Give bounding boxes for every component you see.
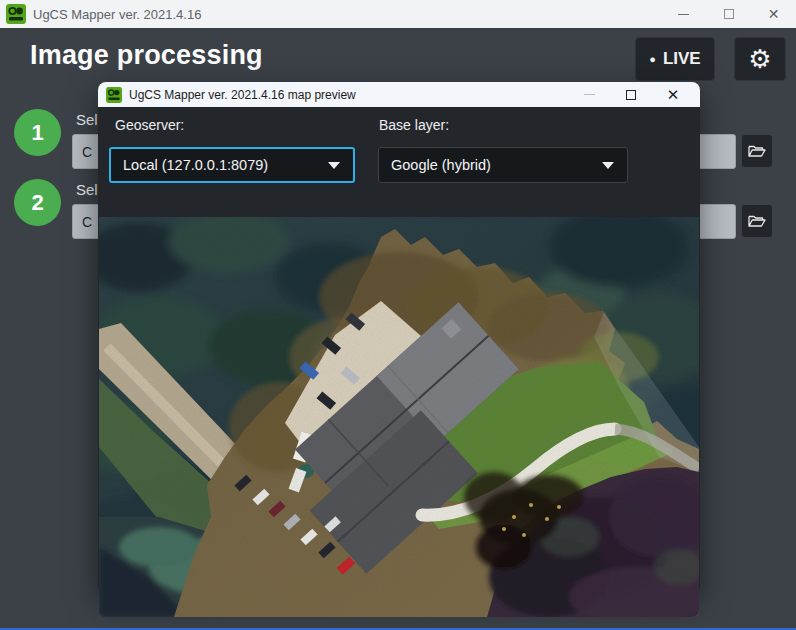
live-label: LIVE — [663, 49, 701, 69]
close-button[interactable]: ✕ — [751, 0, 796, 28]
step-1-browse-button[interactable] — [741, 134, 773, 168]
minimize-icon — [584, 94, 595, 95]
main-window: UgCS Mapper ver. 2021.4.16 ✕ Image proce… — [0, 0, 796, 630]
dialog-minimize-button[interactable] — [568, 82, 610, 107]
geoserver-value: Local (127.0.0.1:8079) — [123, 157, 268, 173]
minimize-button[interactable] — [661, 0, 706, 28]
dialog-maximize-button[interactable] — [610, 82, 652, 107]
minimize-icon — [678, 14, 689, 15]
close-icon: ✕ — [768, 6, 780, 22]
step-2-label: Sel — [76, 181, 98, 198]
base-layer-select[interactable]: Google (hybrid) — [378, 147, 628, 183]
base-layer-label: Base layer: — [379, 117, 449, 133]
step-1-number: 1 — [31, 120, 43, 146]
window-titlebar: UgCS Mapper ver. 2021.4.16 ✕ — [0, 0, 796, 28]
dialog-body: Geoserver: Base layer: Local (127.0.0.1:… — [98, 107, 700, 593]
dialog-title: UgCS Mapper ver. 2021.4.16 map preview — [129, 88, 356, 102]
close-icon: ✕ — [667, 86, 680, 104]
step-2-browse-button[interactable] — [741, 204, 773, 238]
app-logo-icon — [6, 4, 26, 24]
maximize-icon — [626, 90, 636, 100]
app-logo-icon — [106, 87, 122, 103]
page-title: Image processing — [30, 40, 263, 71]
maximize-icon — [724, 9, 734, 19]
maximize-button[interactable] — [706, 0, 751, 28]
step-1-badge: 1 — [14, 109, 61, 156]
open-folder-icon — [748, 214, 766, 228]
settings-button[interactable]: ⚙ — [734, 37, 786, 81]
live-dot-icon: ● — [649, 54, 656, 65]
step-1-label: Sel — [76, 111, 98, 128]
geoserver-select[interactable]: Local (127.0.0.1:8079) — [109, 147, 355, 183]
step-2-badge: 2 — [14, 179, 61, 226]
chevron-down-icon — [328, 162, 340, 169]
geoserver-label: Geoserver: — [115, 117, 184, 133]
gear-icon: ⚙ — [748, 44, 771, 75]
chevron-down-icon — [602, 162, 614, 169]
map-preview[interactable] — [99, 217, 699, 617]
base-layer-value: Google (hybrid) — [391, 157, 491, 173]
dialog-close-button[interactable]: ✕ — [652, 82, 694, 107]
step-2-number: 2 — [31, 190, 43, 216]
aerial-map-image — [99, 217, 699, 617]
open-folder-icon — [748, 144, 766, 158]
map-preview-dialog: UgCS Mapper ver. 2021.4.16 map preview ✕… — [98, 82, 700, 593]
live-button[interactable]: ● LIVE — [635, 37, 715, 81]
window-title: UgCS Mapper ver. 2021.4.16 — [33, 7, 201, 22]
dialog-titlebar[interactable]: UgCS Mapper ver. 2021.4.16 map preview ✕ — [98, 82, 700, 107]
